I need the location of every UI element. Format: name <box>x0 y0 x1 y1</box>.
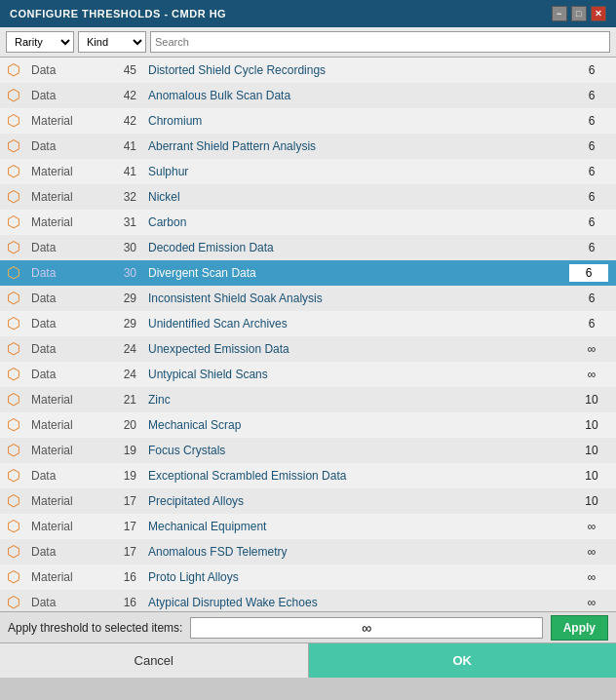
row-count: 41 <box>105 134 144 159</box>
items-table-container[interactable]: ⬡Data45Distorted Shield Cycle Recordings… <box>0 58 616 611</box>
table-row[interactable]: ⬡Material16Proto Light Alloys∞ <box>0 564 616 590</box>
table-row[interactable]: ⬡Data30Divergent Scan Data <box>0 260 616 286</box>
table-row[interactable]: ⬡Data29Unidentified Scan Archives6 <box>0 311 616 336</box>
row-count: 16 <box>105 590 144 611</box>
row-icon: ⬡ <box>0 336 27 362</box>
ok-button[interactable]: OK <box>309 643 617 678</box>
row-value: 10 <box>567 412 616 438</box>
row-icon: ⬡ <box>0 590 27 611</box>
table-row[interactable]: ⬡Data24Untypical Shield Scans∞ <box>0 362 616 387</box>
table-row[interactable]: ⬡Material41Sulphur6 <box>0 159 616 184</box>
row-count: 20 <box>105 412 144 438</box>
row-type: Data <box>27 463 105 488</box>
row-value-input[interactable] <box>567 262 610 284</box>
row-count: 24 <box>105 336 144 362</box>
row-value: 6 <box>567 108 616 134</box>
row-value: 10 <box>567 438 616 463</box>
row-name: Anomalous Bulk Scan Data <box>144 83 567 108</box>
row-count: 42 <box>105 83 144 108</box>
rarity-select[interactable]: Rarity <box>6 31 74 53</box>
row-count: 42 <box>105 108 144 134</box>
row-count: 29 <box>105 311 144 336</box>
row-value[interactable] <box>567 260 616 286</box>
table-row[interactable]: ⬡Material19Focus Crystals10 <box>0 438 616 463</box>
table-row[interactable]: ⬡Material42Chromium6 <box>0 108 616 134</box>
row-icon: ⬡ <box>0 134 27 159</box>
row-name: Divergent Scan Data <box>144 260 567 286</box>
apply-button[interactable]: Apply <box>551 615 608 641</box>
row-icon: ⬡ <box>0 463 27 488</box>
table-row[interactable]: ⬡Data29Inconsistent Shield Soak Analysis… <box>0 286 616 311</box>
row-count: 17 <box>105 514 144 539</box>
table-row[interactable]: ⬡Data19Exceptional Scrambled Emission Da… <box>0 463 616 488</box>
title-bar: CONFIGURE THRESHOLDS - CMDR HG − □ ✕ <box>0 0 616 27</box>
row-value: 10 <box>567 387 616 412</box>
row-name: Mechanical Scrap <box>144 412 567 438</box>
row-type: Material <box>27 438 105 463</box>
row-count: 19 <box>105 438 144 463</box>
row-name: Carbon <box>144 210 567 235</box>
table-row[interactable]: ⬡Data24Unexpected Emission Data∞ <box>0 336 616 362</box>
row-type: Data <box>27 286 105 311</box>
table-row[interactable]: ⬡Material31Carbon6 <box>0 210 616 235</box>
row-value: 6 <box>567 210 616 235</box>
table-row[interactable]: ⬡Material21Zinc10 <box>0 387 616 412</box>
table-row[interactable]: ⬡Data41Aberrant Shield Pattern Analysis6 <box>0 134 616 159</box>
search-input[interactable] <box>150 31 610 53</box>
row-count: 30 <box>105 235 144 260</box>
row-value: ∞ <box>567 590 616 611</box>
row-type: Material <box>27 387 105 412</box>
row-count: 19 <box>105 463 144 488</box>
row-name: Unexpected Emission Data <box>144 336 567 362</box>
cancel-button[interactable]: Cancel <box>0 643 309 678</box>
row-type: Data <box>27 590 105 611</box>
table-row[interactable]: ⬡Data17Anomalous FSD Telemetry∞ <box>0 539 616 564</box>
row-icon: ⬡ <box>0 83 27 108</box>
row-count: 30 <box>105 260 144 286</box>
row-type: Data <box>27 362 105 387</box>
row-name: Unidentified Scan Archives <box>144 311 567 336</box>
maximize-button[interactable]: □ <box>571 6 587 21</box>
footer-bar: Apply threshold to selected items: ∞ App… <box>0 611 616 642</box>
row-name: Distorted Shield Cycle Recordings <box>144 58 567 83</box>
table-row[interactable]: ⬡Data30Decoded Emission Data6 <box>0 235 616 260</box>
row-count: 17 <box>105 488 144 514</box>
row-icon: ⬡ <box>0 235 27 260</box>
minimize-button[interactable]: − <box>552 6 567 21</box>
row-name: Inconsistent Shield Soak Analysis <box>144 286 567 311</box>
table-row[interactable]: ⬡Material17Mechanical Equipment∞ <box>0 514 616 539</box>
row-icon: ⬡ <box>0 58 27 83</box>
row-value: ∞ <box>567 564 616 590</box>
kind-select[interactable]: Kind <box>78 31 146 53</box>
items-table: ⬡Data45Distorted Shield Cycle Recordings… <box>0 58 616 611</box>
row-name: Zinc <box>144 387 567 412</box>
table-row[interactable]: ⬡Material20Mechanical Scrap10 <box>0 412 616 438</box>
table-row[interactable]: ⬡Data42Anomalous Bulk Scan Data6 <box>0 83 616 108</box>
row-icon: ⬡ <box>0 412 27 438</box>
row-icon: ⬡ <box>0 438 27 463</box>
row-count: 41 <box>105 159 144 184</box>
row-count: 31 <box>105 210 144 235</box>
row-name: Aberrant Shield Pattern Analysis <box>144 134 567 159</box>
row-value: 6 <box>567 286 616 311</box>
toolbar: Rarity Kind <box>0 27 616 58</box>
table-row[interactable]: ⬡Material32Nickel6 <box>0 184 616 210</box>
row-name: Untypical Shield Scans <box>144 362 567 387</box>
table-row[interactable]: ⬡Data45Distorted Shield Cycle Recordings… <box>0 58 616 83</box>
close-button[interactable]: ✕ <box>591 6 606 21</box>
row-type: Data <box>27 58 105 83</box>
row-type: Material <box>27 184 105 210</box>
row-value: 6 <box>567 235 616 260</box>
row-icon: ⬡ <box>0 387 27 412</box>
row-name: Focus Crystals <box>144 438 567 463</box>
row-type: Data <box>27 134 105 159</box>
row-type: Material <box>27 108 105 134</box>
row-icon: ⬡ <box>0 184 27 210</box>
table-row[interactable]: ⬡Material17Precipitated Alloys10 <box>0 488 616 514</box>
row-name: Proto Light Alloys <box>144 564 567 590</box>
row-name: Anomalous FSD Telemetry <box>144 539 567 564</box>
row-type: Data <box>27 83 105 108</box>
table-row[interactable]: ⬡Data16Atypical Disrupted Wake Echoes∞ <box>0 590 616 611</box>
row-count: 45 <box>105 58 144 83</box>
row-value: ∞ <box>567 336 616 362</box>
